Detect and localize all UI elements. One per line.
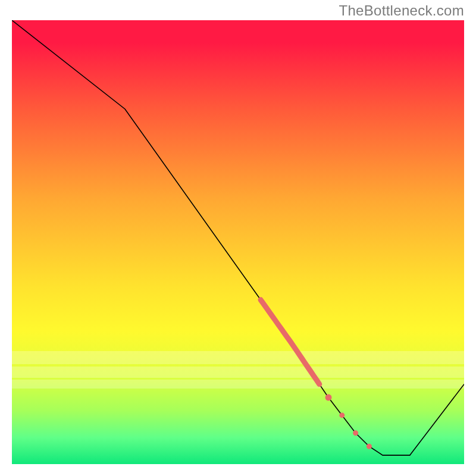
curve-layer: [12, 20, 464, 464]
highlight-dot: [353, 430, 358, 436]
bottleneck-curve: [12, 20, 464, 455]
highlight-segment: [261, 300, 320, 384]
highlight-dot: [325, 394, 332, 401]
highlight-dot: [367, 444, 372, 449]
chart-stage: TheBottleneck.com: [0, 0, 476, 476]
watermark-text: TheBottleneck.com: [339, 2, 464, 19]
plot-area: [12, 20, 464, 464]
highlight-dot: [339, 412, 345, 418]
